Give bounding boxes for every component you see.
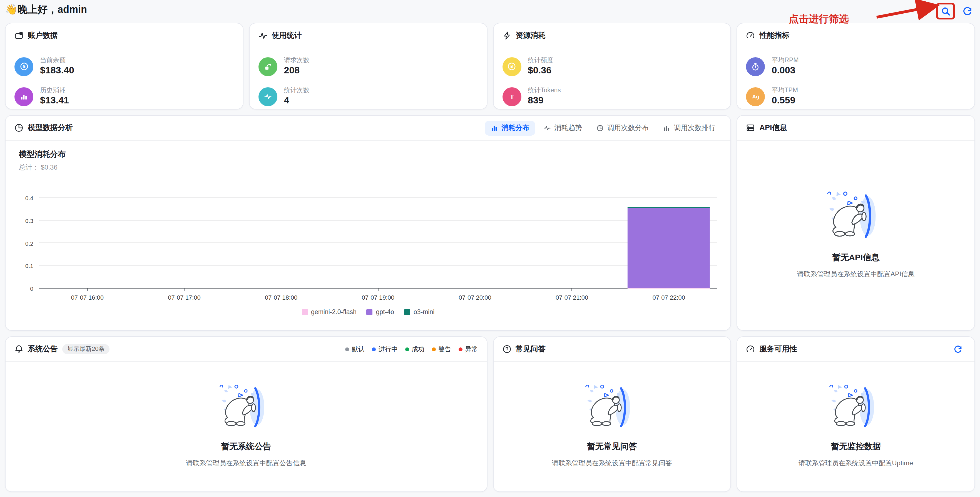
empty-description: 请联系管理员在系统设置中配置Uptime xyxy=(799,458,913,468)
card-title: 使用统计 xyxy=(272,30,302,41)
svg-text:Ag: Ag xyxy=(752,94,759,100)
gridline xyxy=(39,220,718,220)
status-dot xyxy=(405,347,409,351)
gauge-icon xyxy=(746,31,755,40)
legend-item-error: 异常 xyxy=(458,345,478,353)
status-legend: 默认 进行中 成功 警告 异常 xyxy=(345,345,478,353)
x-axis-label: 07-07 22:00 xyxy=(620,294,718,301)
dashboard-page: 👋晚上好，admin 点击进行筛选 xyxy=(0,0,980,497)
stat-label: 当前余额 xyxy=(40,56,74,64)
usage-stats-card: 使用统计 请求次数 208 统计次数 xyxy=(249,23,487,110)
search-button[interactable] xyxy=(938,5,953,18)
stat-label: 平均RPM xyxy=(772,56,799,64)
resource-consumption-card: 资源消耗 ¥ 统计额度 $0.36 T 统计 xyxy=(493,23,731,110)
legend-item: gemini-2.0-flash xyxy=(302,309,356,315)
model-analysis-card: 模型数据分析 消耗分布 消耗趋势 调用次数分布 xyxy=(5,115,731,331)
card-header: 常见问答 xyxy=(493,337,731,362)
gridline xyxy=(39,242,718,243)
refresh-button[interactable] xyxy=(959,5,975,18)
refresh-icon xyxy=(954,345,962,353)
empty-title: 暂无监控数据 xyxy=(831,441,881,452)
status-dot xyxy=(432,347,436,351)
stat-value: $0.36 xyxy=(528,64,554,77)
empty-title: 暂无系统公告 xyxy=(221,441,271,452)
empty-illustration xyxy=(214,380,278,432)
card-title: 模型数据分析 xyxy=(28,123,73,133)
y-axis-label: 0.4 xyxy=(25,194,33,201)
legend-item-in-progress: 进行中 xyxy=(372,345,398,353)
api-info-card: API信息 暂无API信息 请联系管理员在系统设置中配置API信息 xyxy=(737,115,975,331)
search-icon xyxy=(941,6,950,16)
stat-value: 839 xyxy=(528,94,561,107)
empty-illustration xyxy=(580,380,644,432)
stat-item: 请求次数 208 xyxy=(258,56,478,77)
card-header: 账户数据 xyxy=(6,23,243,48)
lightning-icon xyxy=(502,31,511,40)
tab-consumption-distribution[interactable]: 消耗分布 xyxy=(485,120,536,135)
bar-segment xyxy=(628,288,710,288)
uptime-card: 服务可用性 暂无监控数据 请联系管理员在系统设置中配置Uptime xyxy=(737,336,975,492)
tab-consumption-trend[interactable]: 消耗趋势 xyxy=(538,120,589,135)
x-axis-tick xyxy=(87,288,88,291)
card-header: API信息 xyxy=(737,116,975,141)
svg-text:¥: ¥ xyxy=(510,64,513,69)
help-circle-icon xyxy=(502,345,511,354)
status-dot xyxy=(345,347,349,351)
empty-illustration xyxy=(824,380,888,432)
stat-value: $13.41 xyxy=(40,94,69,107)
card-body: 请求次数 208 统计次数 4 xyxy=(250,48,487,110)
card-title: 常见问答 xyxy=(515,344,546,354)
tab-label: 调用次数分布 xyxy=(607,123,649,132)
activity-icon xyxy=(258,31,267,40)
empty-state: 暂无监控数据 请联系管理员在系统设置中配置Uptime xyxy=(737,362,975,491)
x-axis-label: 07-07 16:00 xyxy=(39,294,136,301)
tokens-icon: T xyxy=(502,87,521,106)
ranking-icon xyxy=(663,124,671,131)
stat-item: T 统计Tokens 839 xyxy=(502,86,722,107)
stat-item: 统计次数 4 xyxy=(258,86,478,107)
x-axis-label: 07-07 21:00 xyxy=(523,294,620,301)
legend-swatch xyxy=(367,309,373,315)
account-data-card: 账户数据 ¥ 当前余额 $183.40 历 xyxy=(5,23,243,110)
legend-item-warning: 警告 xyxy=(432,345,451,353)
card-title: 资源消耗 xyxy=(515,30,546,41)
legend-item: o3-mini xyxy=(404,309,434,315)
tab-call-count-distribution[interactable]: 调用次数分布 xyxy=(590,120,655,135)
stat-label: 统计额度 xyxy=(528,56,554,64)
server-icon xyxy=(746,123,755,132)
quota-icon: ¥ xyxy=(502,57,521,76)
empty-state: 暂无API信息 请联系管理员在系统设置中配置API信息 xyxy=(737,141,975,330)
announcements-card: 系统公告 显示最新20条 默认 进行中 成功 警告 异常 暂无系统公告 请联系管… xyxy=(5,336,487,492)
chart-title: 模型消耗分布 xyxy=(19,150,718,159)
x-axis-tick xyxy=(378,288,378,291)
greeting: 👋晚上好，admin xyxy=(5,3,87,16)
plot-area xyxy=(39,198,718,288)
uptime-refresh-button[interactable] xyxy=(950,342,966,356)
y-axis: 00.10.20.30.4 xyxy=(19,198,39,288)
card-title: 服务可用性 xyxy=(760,344,797,354)
bar-chart-icon xyxy=(491,124,498,131)
x-axis-tick xyxy=(281,288,282,291)
card-title: 性能指标 xyxy=(760,30,790,41)
card-header: 模型数据分析 消耗分布 消耗趋势 调用次数分布 xyxy=(6,116,731,141)
announcement-count-badge: 显示最新20条 xyxy=(62,344,110,354)
stat-value: 0.559 xyxy=(772,94,798,107)
stat-item: ¥ 当前余额 $183.40 xyxy=(14,56,234,77)
balance-icon: ¥ xyxy=(14,57,33,76)
x-axis-tick xyxy=(668,288,669,291)
stat-item: 平均RPM 0.003 xyxy=(746,56,966,77)
card-header: 使用统计 xyxy=(250,23,487,48)
tab-call-count-ranking[interactable]: 调用次数排行 xyxy=(657,120,722,135)
stat-label: 平均TPM xyxy=(772,86,798,94)
empty-illustration xyxy=(821,186,891,243)
card-body: ¥ 统计额度 $0.36 T 统计Tokens 839 xyxy=(493,48,731,110)
gauge-icon xyxy=(746,345,755,354)
card-header: 系统公告 显示最新20条 默认 进行中 成功 警告 异常 xyxy=(6,337,487,362)
stat-label: 历史消耗 xyxy=(40,86,69,94)
plot-wrap: 00.10.20.30.4 xyxy=(19,198,718,288)
card-header: 资源消耗 xyxy=(493,23,731,48)
history-cost-icon xyxy=(14,87,33,106)
bar-segment xyxy=(628,208,710,288)
chart-legend: gemini-2.0-flashgpt-4oo3-mini xyxy=(19,309,718,315)
tab-label: 调用次数排行 xyxy=(674,123,716,132)
